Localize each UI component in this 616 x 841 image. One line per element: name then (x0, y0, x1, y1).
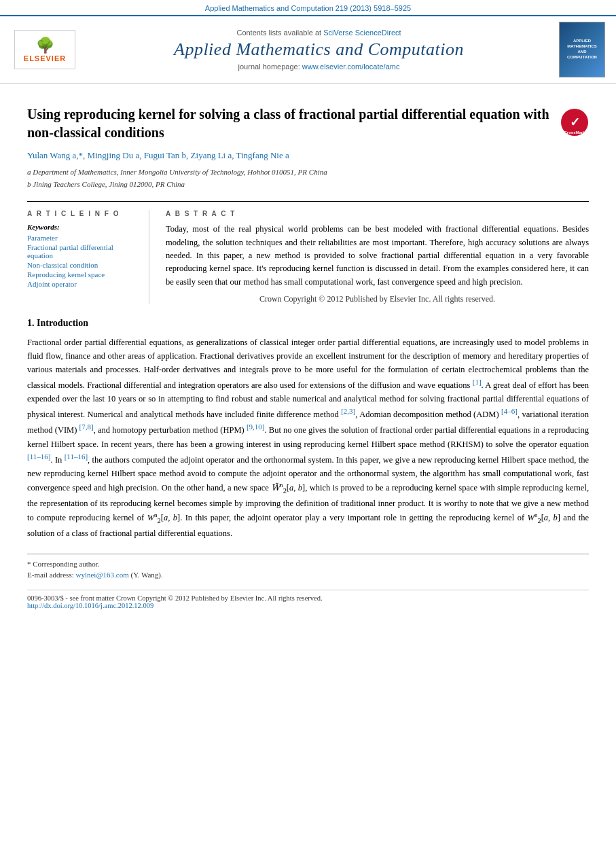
keyword-rks: Reproducing kernel space (27, 270, 138, 279)
affiliations: a Department of Mathematics, Inner Mongo… (27, 166, 589, 190)
keywords-label: Keywords: (27, 223, 138, 231)
header-bar: 🌳 ELSEVIER Contents lists available at S… (0, 15, 616, 84)
header-center: Contents lists available at SciVerse Sci… (86, 29, 552, 71)
elsevier-logo: 🌳 ELSEVIER (11, 30, 79, 69)
becomes-text: becomes (177, 499, 207, 508)
authors: Yulan Wang a,*, Mingjing Du a, Fugui Tan… (27, 150, 589, 161)
journal-title: Applied Mathematics and Computation (86, 39, 552, 60)
email-link[interactable]: wylnei@163.com (75, 571, 128, 579)
journal-homepage: journal homepage: www.elsevier.com/locat… (86, 62, 552, 71)
journal-homepage-link[interactable]: www.elsevier.com/locate/amc (302, 62, 400, 71)
abstract-text: Today, most of the real physical world p… (166, 223, 589, 289)
affiliation-b: b Jining Teachers College, Jining 012000… (27, 179, 589, 191)
abstract-title: A B S T R A C T (166, 210, 589, 217)
footnote-email: E-mail address: wylnei@163.com (Y. Wang)… (27, 571, 589, 579)
article-title: ✓ CrossMark Using reproducing kernel for… (27, 105, 589, 142)
keyword-parameter: Parameter (27, 234, 138, 242)
svg-text:✓: ✓ (570, 115, 580, 129)
footer-bottom: 0096-3003/$ - see front matter Crown Cop… (27, 590, 589, 609)
article-header: ✓ CrossMark Using reproducing kernel for… (27, 105, 589, 190)
elsevier-wordmark: ELSEVIER (24, 54, 66, 62)
top-link: Applied Mathematics and Computation 219 … (0, 0, 616, 15)
footer-doi[interactable]: http://dx.doi.org/10.1016/j.amc.2012.12.… (27, 602, 589, 609)
affiliation-a: a Department of Mathematics, Inner Mongo… (27, 166, 589, 179)
section1-body: Fractional order partial differential eq… (27, 336, 589, 540)
keyword-ao: Adjoint operator (27, 280, 138, 288)
keyword-fpde: Fractional partial differential equation (27, 243, 138, 260)
footer-notes: * Corresponding author. E-mail address: … (27, 554, 589, 579)
keyword-ncc: Non-classical condition (27, 261, 138, 269)
logo-tree-icon: 🌳 (36, 37, 54, 54)
sciverse-text: Contents lists available at SciVerse Sci… (86, 29, 552, 37)
footer-issn: 0096-3003/$ - see front matter Crown Cop… (27, 594, 589, 602)
logo-box: 🌳 ELSEVIER (14, 30, 75, 69)
article-info-title: A R T I C L E I N F O (27, 210, 138, 217)
article-info: A R T I C L E I N F O Keywords: Paramete… (27, 210, 149, 304)
abstract-copyright: Crown Copyright © 2012 Published by Else… (166, 294, 589, 304)
svg-text:CrossMark: CrossMark (564, 130, 585, 135)
crossmark-icon: ✓ CrossMark (560, 108, 589, 137)
footnote-star: * Corresponding author. (27, 560, 589, 568)
two-col: A R T I C L E I N F O Keywords: Paramete… (27, 201, 589, 304)
section1-title: 1. Introduction (27, 318, 589, 329)
abstract-section: A B S T R A C T Today, most of the real … (166, 210, 589, 304)
journal-cover-text: APPLIEDMATHEMATICSANDCOMPUTATION (567, 39, 597, 60)
journal-cover: APPLIEDMATHEMATICSANDCOMPUTATION (559, 22, 605, 77)
sciverse-link[interactable]: SciVerse ScienceDirect (323, 29, 401, 37)
main-content: ✓ CrossMark Using reproducing kernel for… (0, 84, 616, 623)
